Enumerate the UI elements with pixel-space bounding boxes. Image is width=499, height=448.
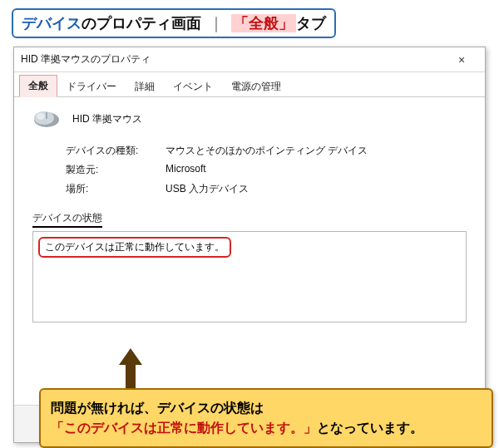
tab-power[interactable]: 電源の管理 xyxy=(222,76,290,97)
caption-separator: ｜ xyxy=(209,15,224,32)
device-status-group: デバイスの状態 このデバイスは正常に動作しています。 xyxy=(32,211,467,322)
page-caption: デバイスのプロパティ画面 ｜ 「全般」タブ xyxy=(12,8,336,38)
annotation-callout: 問題が無ければ、デバイスの状態は 「このデバイスは正常に動作しています。」となっ… xyxy=(39,388,493,448)
caption-tab-highlight: 「全般」 xyxy=(231,14,296,32)
callout-l1c: は xyxy=(250,401,264,415)
device-header: HID 準拠マウス xyxy=(32,109,467,129)
kv-row-location: 場所: USB 入力デバイス xyxy=(66,182,467,196)
kv-loc-label: 場所: xyxy=(66,182,166,196)
titlebar: HID 準拠マウスのプロパティ × xyxy=(14,47,485,72)
device-name: HID 準拠マウス xyxy=(72,112,142,126)
device-status-box[interactable]: このデバイスは正常に動作しています。 xyxy=(32,231,467,322)
tab-details[interactable]: 詳細 xyxy=(126,76,164,97)
kv-row-manufacturer: 製造元: Microsoft xyxy=(66,163,467,177)
close-button[interactable]: × xyxy=(445,48,478,71)
kv-type-value: マウスとそのほかのポインティング デバイス xyxy=(166,144,368,158)
svg-point-2 xyxy=(37,113,45,120)
tab-events[interactable]: イベント xyxy=(164,76,222,97)
dialog-title: HID 準拠マウスのプロパティ xyxy=(21,52,445,66)
caption-device: デバイス xyxy=(22,15,82,32)
kv-mfr-label: 製造元: xyxy=(66,163,166,177)
kv-type-label: デバイスの種類: xyxy=(66,144,166,158)
tab-driver[interactable]: ドライバー xyxy=(57,76,126,97)
kv-row-type: デバイスの種類: マウスとそのほかのポインティング デバイス xyxy=(66,144,467,158)
close-icon: × xyxy=(458,53,465,66)
device-status-legend: デバイスの状態 xyxy=(32,211,102,228)
tab-body-general: HID 準拠マウス デバイスの種類: マウスとそのほかのポインティング デバイス… xyxy=(14,97,485,405)
kv-loc-value: USB 入力デバイス xyxy=(166,182,249,196)
tab-general[interactable]: 全般 xyxy=(19,75,57,97)
callout-l1b: デバイスの状態 xyxy=(157,401,250,415)
mouse-icon xyxy=(32,109,61,129)
device-keyvalues: デバイスの種類: マウスとそのほかのポインティング デバイス 製造元: Micr… xyxy=(66,144,467,196)
caption-plain1: のプロパティ画面 xyxy=(82,15,201,32)
callout-l1a: 問題が無ければ、 xyxy=(51,401,157,415)
device-status-text: このデバイスは正常に動作しています。 xyxy=(45,241,225,253)
properties-dialog: HID 準拠マウスのプロパティ × 全般 ドライバー 詳細 イベント 電源の管理… xyxy=(13,47,486,443)
callout-l2b: となっています。 xyxy=(317,421,423,435)
kv-mfr-value: Microsoft xyxy=(166,163,206,177)
callout-l2a: 「このデバイスは正常に動作しています。」 xyxy=(51,421,317,435)
device-status-highlight: このデバイスは正常に動作しています。 xyxy=(38,237,231,258)
tab-strip: 全般 ドライバー 詳細 イベント 電源の管理 xyxy=(14,72,485,97)
caption-tab-plain: タブ xyxy=(296,15,326,32)
